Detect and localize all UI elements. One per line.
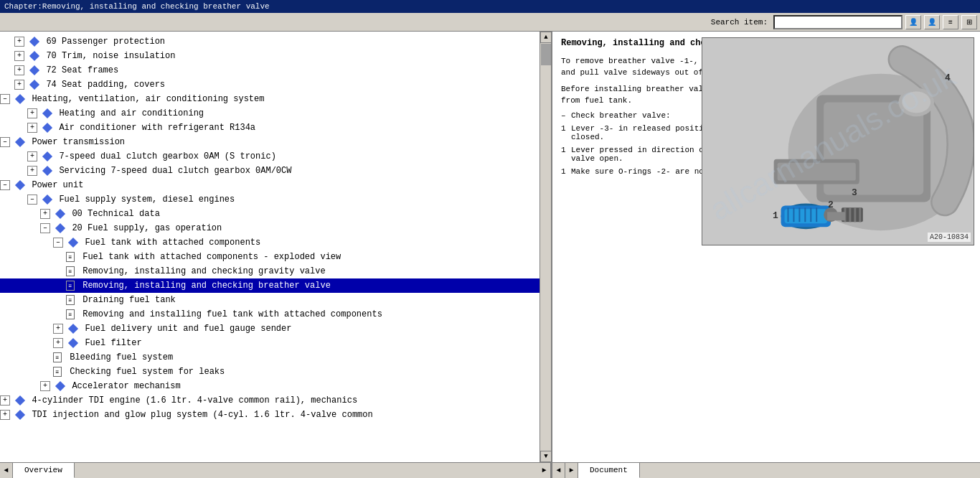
folder-diamond-icon [15,180,25,190]
expand-icon[interactable]: + [27,123,37,133]
diamond-icon [15,395,25,406]
toolbar-btn-user2[interactable]: 👤 [924,15,940,29]
expand-icon[interactable]: + [27,108,37,118]
diamond-icon [42,123,52,133]
tree-item-heating[interactable]: – Heating, ventilation, air conditioning… [0,92,540,106]
expand-icon[interactable]: + [0,410,10,420]
tree-item-breather[interactable]: ≡ Removing, installing and checking brea… [0,278,540,293]
diamond-icon [68,324,78,334]
expand-icon[interactable]: + [53,338,63,348]
tab-document[interactable]: Document [578,463,640,478]
expand-icon[interactable]: + [53,324,63,334]
scroll-left-btn[interactable]: ◄ [0,463,13,478]
tree-item-label: 72 Seat frames [46,65,118,75]
left-panel: + 69 Passenger protection + 70 Trim, noi… [0,32,552,462]
tree-item-tech-data[interactable]: + 00 Technical data [0,207,540,221]
tree-item-label: Servicing 7-speed dual clutch gearbox 0A… [59,166,291,176]
bullet: 1 [561,167,571,176]
expand-icon[interactable]: – [53,238,63,248]
tree-item-label: 74 Seat padding, covers [46,80,165,90]
diamond-icon [15,410,25,420]
folder-diamond-icon [15,94,25,104]
svg-rect-22 [827,212,845,220]
tree-item-label: Checking fuel system for leaks [70,367,225,377]
tab-overview-label: Overview [24,466,62,474]
folder-diamond-icon [68,238,78,248]
tree-item-label: Removing, installing and checking breath… [83,281,331,291]
tree-item-fuel-tank-folder[interactable]: – Fuel tank with attached components [0,235,540,250]
tree-item-label: Heating and air conditioning [59,108,204,118]
expand-icon[interactable]: – [0,180,10,190]
scroll-thumb[interactable] [541,44,551,65]
tree-item-removing-tank[interactable]: ≡ Removing and installing fuel tank with… [0,307,540,322]
tree-item-fuel-supply[interactable]: – Fuel supply system, diesel engines [0,192,540,207]
expand-icon[interactable]: + [27,166,37,176]
expand-icon[interactable]: + [14,51,24,61]
tree-item-69[interactable]: + 69 Passenger protection [0,34,540,49]
tree-item-air-cond[interactable]: + Air conditioner with refrigerant R134a [0,121,540,135]
tree-item-72[interactable]: + 72 Seat frames [0,63,540,78]
tree-container: + 69 Passenger protection + 70 Trim, noi… [0,32,540,425]
tab-overview[interactable]: Overview [13,463,75,478]
doc-icon: ≡ [66,295,75,305]
diamond-icon [42,151,52,161]
tree-item-gearbox-serv[interactable]: + Servicing 7-speed dual clutch gearbox … [0,164,540,178]
expand-icon[interactable]: – [0,94,10,104]
tree-vscroll[interactable]: ▲ ▼ [540,32,551,462]
tree-item-gas-op[interactable]: – 20 Fuel supply, gas operation [0,221,540,235]
toolbar-btn-grid[interactable]: ⊞ [961,15,977,29]
tab-spacer-right [640,463,980,478]
tree-item-heating-ac[interactable]: + Heating and air conditioning [0,106,540,121]
expand-icon[interactable]: + [14,65,24,75]
toolbar: Search item: 👤 👤 ≡ ⊞ [0,13,980,32]
toolbar-btn-user1[interactable]: 👤 [905,15,921,29]
expand-icon[interactable]: – [40,223,50,233]
toolbar-btn-menu[interactable]: ≡ [943,15,958,29]
folder-diamond-icon [42,195,52,205]
tree-item-accel[interactable]: + Accelerator mechanism [0,379,540,393]
tree-item-4cyl[interactable]: + 4-cylinder TDI engine (1.6 ltr. 4-valv… [0,393,540,408]
tree-item-bleeding[interactable]: ≡ Bleeding fuel system [0,350,540,365]
tree-item-74[interactable]: + 74 Seat padding, covers [0,78,540,92]
tab-spacer [75,463,538,478]
tree-item-tdi-inject[interactable]: + TDI injection and glow plug system (4-… [0,408,540,422]
tree-item-label: 70 Trim, noise insulation [46,51,175,61]
scroll-up-btn[interactable]: ▲ [540,32,551,43]
expand-icon[interactable]: + [14,37,24,47]
doc-nav-prev[interactable]: ◄ [552,463,565,478]
diamond-icon [29,51,39,61]
doc-nav-next[interactable]: ► [565,463,578,478]
image-label-3: 3 [852,187,857,198]
tree-item-label: Fuel supply system, diesel engines [59,195,235,205]
right-panel: allcarmanuals.co.uk 1 2 3 4 A20-10834 Re… [552,32,980,462]
tree-item-exploded[interactable]: ≡ Fuel tank with attached components - e… [0,250,540,264]
tree-item-filter[interactable]: + Fuel filter [0,336,540,350]
bullet: 1 [561,124,571,141]
tree-item-power-unit[interactable]: – Power unit [0,178,540,192]
search-input[interactable] [773,15,903,29]
expand-icon[interactable]: + [40,209,50,219]
expand-icon[interactable]: – [27,195,37,205]
scroll-right-btn[interactable]: ► [538,463,551,478]
tree-item-power-trans[interactable]: – Power transmission [0,135,540,149]
doc-icon: ≡ [66,266,75,276]
tree-item-gravity[interactable]: ≡ Removing, installing and checking grav… [0,264,540,278]
scroll-down-btn[interactable]: ▼ [540,451,551,462]
expand-icon[interactable]: + [27,151,37,161]
expand-icon[interactable]: – [0,137,10,147]
tree-item-draining[interactable]: ≡ Draining fuel tank [0,293,540,307]
document-image: allcarmanuals.co.uk 1 2 3 4 A20-10834 [702,37,974,245]
tree-item-checking-leaks[interactable]: ≡ Checking fuel system for leaks [0,365,540,379]
scroll-track[interactable] [540,43,551,451]
expand-icon[interactable]: + [40,381,50,391]
tree-item-delivery[interactable]: + Fuel delivery unit and fuel gauge send… [0,322,540,336]
expand-icon[interactable]: + [14,80,24,90]
tree-item-label: Draining fuel tank [83,295,176,305]
tree-item-70[interactable]: + 70 Trim, noise insulation [0,49,540,63]
tree-item-label: 00 Technical data [72,209,159,219]
expand-icon[interactable]: + [0,395,10,406]
tree-panel-inner: + 69 Passenger protection + 70 Trim, noi… [0,32,551,462]
folder-diamond-icon [55,223,65,233]
tree-item-label: Accelerator mechanism [72,381,180,391]
tree-item-gearbox-7[interactable]: + 7-speed dual clutch gearbox 0AM (S tro… [0,149,540,164]
